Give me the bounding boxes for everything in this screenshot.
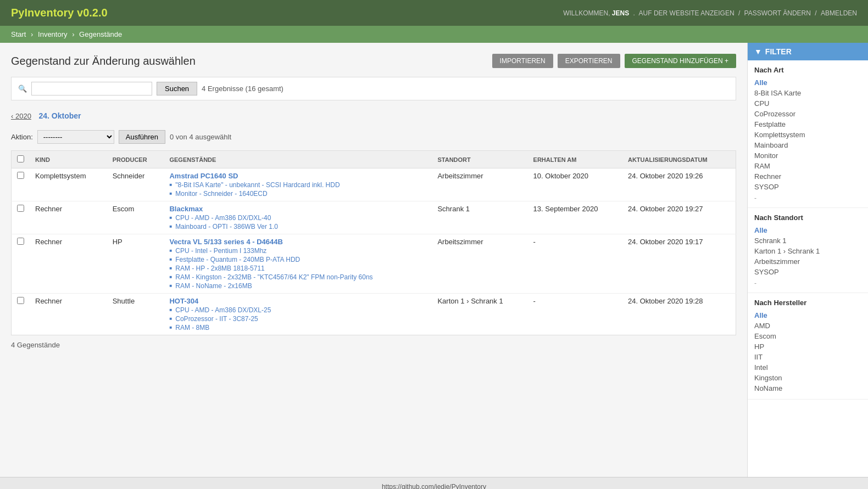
sub-item-link[interactable]: CPU - Intel - Pentium I 133Mhz	[175, 247, 266, 255]
filter-item[interactable]: Alle	[754, 77, 861, 88]
cell-aktualisiert: 24. Oktober 2020 19:17	[622, 234, 736, 294]
filter-item[interactable]: CPU	[754, 98, 861, 109]
cell-erhalten: -	[528, 234, 622, 294]
sub-item-link[interactable]: CPU - AMD - Am386 DX/DXL-25	[175, 306, 271, 314]
breadcrumb-start[interactable]: Start	[11, 30, 26, 38]
row-checkbox[interactable]	[17, 172, 24, 179]
cell-kind: Komplettsystem	[30, 168, 107, 201]
action-buttons: IMPORTIEREN EXPORTIEREN GEGENSTAND HINZU…	[492, 54, 736, 68]
filter-section: Nach HerstellerAlleAMDEscomHPIITIntelKin…	[748, 293, 868, 400]
cell-standort: Arbeitszimmer	[432, 168, 527, 201]
item-name-link[interactable]: Blackmax	[169, 205, 203, 213]
sub-item-link[interactable]: Festplatte - Quantum - 240MB P-ATA HDD	[175, 256, 300, 263]
select-all-checkbox[interactable]	[17, 155, 24, 162]
table-row: KomplettsystemSchneiderAmstrad PC1640 SD…	[12, 168, 736, 201]
current-date: 24. Oktober	[39, 111, 81, 120]
table-header: KIND PRODUCER GEGENSTÄNDE STANDORT ERHAL…	[12, 151, 736, 168]
filter-item[interactable]: SYSOP	[754, 182, 861, 192]
page-title: Gegenstand zur Änderung auswählen	[11, 55, 196, 68]
filter-item[interactable]: AMD	[754, 321, 861, 331]
sub-item-link[interactable]: RAM - HP - 2x8MB 1818-5711	[175, 265, 265, 272]
filter-item[interactable]: Intel	[754, 362, 861, 373]
cell-standort: Schrank 1	[432, 201, 527, 234]
cell-kind: Rechner	[30, 201, 107, 234]
cell-aktualisiert: 24. Oktober 2020 19:26	[622, 168, 736, 201]
sidebar: ▼ FILTER Nach ArtAlle8-Bit ISA KarteCPUC…	[747, 43, 868, 477]
sub-item-link[interactable]: Mainboard - OPTI - 386WB Ver 1.0	[175, 223, 278, 231]
cell-erhalten: 10. Oktober 2020	[528, 168, 622, 201]
filter-section-title: Nach Art	[754, 66, 861, 74]
col-standort: STANDORT	[432, 151, 527, 168]
nav-password-link[interactable]: PASSWORT ÄNDERN	[744, 9, 811, 17]
filter-section-title: Nach Standort	[754, 213, 861, 222]
filter-item[interactable]: Arbeitszimmer	[754, 256, 861, 267]
breadcrumb-current: Gegenstände	[79, 30, 122, 38]
sub-item-link[interactable]: Monitor - Schneider - 1640ECD	[175, 190, 267, 198]
content-area: Gegenstand zur Änderung auswählen IMPORT…	[0, 43, 747, 477]
filter-item[interactable]: Mainboard	[754, 140, 861, 150]
import-button[interactable]: IMPORTIEREN	[492, 54, 553, 68]
filter-section: Nach StandortAlleSchrank 1Karton 1 › Sch…	[748, 208, 868, 293]
row-checkbox[interactable]	[17, 238, 24, 245]
filter-item[interactable]: Komplettsystem	[754, 130, 861, 140]
items-count: 4 Gegenstände	[11, 335, 736, 355]
cell-kind: Rechner	[30, 234, 107, 294]
filter-item[interactable]: Alle	[754, 310, 861, 321]
sub-item-link[interactable]: CoProzessor - IIT - 3C87-25	[175, 315, 258, 323]
footer-link[interactable]: https://github.com/jedie/PyInventory	[382, 483, 486, 489]
search-button[interactable]: Suchen	[157, 82, 197, 95]
filter-header: ▼ FILTER	[748, 43, 868, 60]
filter-item[interactable]: 8-Bit ISA Karte	[754, 88, 861, 98]
filter-item[interactable]: NoName	[754, 383, 861, 394]
filter-item[interactable]: Festplatte	[754, 119, 861, 130]
item-name-link[interactable]: Amstrad PC1640 SD	[169, 172, 238, 180]
filter-item[interactable]: Escom	[754, 331, 861, 341]
export-button[interactable]: EXPORTIEREN	[558, 54, 620, 68]
cell-producer: Schneider	[107, 168, 164, 201]
filter-item[interactable]: Alle	[754, 225, 861, 235]
item-name-link[interactable]: HOT-304	[169, 297, 198, 305]
table-row: RechnerShuttleHOT-304CPU - AMD - Am386 D…	[12, 294, 736, 335]
action-label: Aktion:	[11, 133, 33, 141]
filter-more[interactable]: -	[754, 279, 861, 287]
app-title: PyInventory v0.2.0	[11, 7, 108, 19]
table-row: RechnerHPVectra VL 5/133 series 4 - D464…	[12, 234, 736, 294]
sub-item-link[interactable]: "8-Bit ISA Karte" - unbekannt - SCSI Har…	[175, 181, 340, 189]
add-item-button[interactable]: GEGENSTAND HINZUFÜGEN +	[625, 54, 736, 68]
filter-item[interactable]: Monitor	[754, 150, 861, 161]
row-checkbox[interactable]	[17, 205, 24, 212]
sub-item-link[interactable]: CPU - AMD - Am386 DX/DXL-40	[175, 214, 271, 222]
filter-item[interactable]: Karton 1 › Schrank 1	[754, 246, 861, 256]
filter-item[interactable]: Rechner	[754, 171, 861, 182]
action-select[interactable]: --------	[37, 130, 114, 144]
nav-website-link[interactable]: AUF DER WEBSITE ANZEIGEN	[639, 9, 735, 17]
cell-producer: Shuttle	[107, 294, 164, 335]
cell-standort: Karton 1 › Schrank 1	[432, 294, 527, 335]
filter-item[interactable]: RAM	[754, 161, 861, 171]
cell-aktualisiert: 24. Oktober 2020 19:27	[622, 201, 736, 234]
greeting-text: WILLKOMMEN,	[563, 9, 610, 17]
filter-item[interactable]: HP	[754, 341, 861, 352]
cell-producer: HP	[107, 234, 164, 294]
sub-item-link[interactable]: RAM - Kingston - 2x32MB - "KTC4567/64 K2…	[175, 273, 372, 281]
prev-date-link[interactable]: ‹ 2020	[11, 112, 31, 120]
filter-item[interactable]: SYSOP	[754, 267, 861, 277]
filter-item[interactable]: IIT	[754, 352, 861, 362]
sub-item-link[interactable]: RAM - 8MB	[175, 324, 209, 331]
filter-item[interactable]: Schrank 1	[754, 235, 861, 246]
filter-item[interactable]: CoProzessor	[754, 109, 861, 119]
execute-button[interactable]: Ausführen	[119, 130, 165, 144]
filter-more[interactable]: -	[754, 194, 861, 202]
sub-item-link[interactable]: RAM - NoName - 2x16MB	[175, 282, 252, 290]
cell-kind: Rechner	[30, 294, 107, 335]
item-name-link[interactable]: Vectra VL 5/133 series 4 - D4644B	[169, 238, 282, 246]
col-checkbox	[12, 151, 30, 168]
filter-item[interactable]: Kingston	[754, 373, 861, 383]
search-input[interactable]	[31, 82, 152, 95]
nav-logout-link[interactable]: ABMELDEN	[821, 9, 857, 17]
search-icon: 🔍	[18, 85, 27, 93]
row-checkbox[interactable]	[17, 297, 24, 304]
filter-section: Nach ArtAlle8-Bit ISA KarteCPUCoProzesso…	[748, 60, 868, 208]
breadcrumb-inventory[interactable]: Inventory	[38, 30, 67, 38]
table-row: RechnerEscomBlackmaxCPU - AMD - Am386 DX…	[12, 201, 736, 234]
